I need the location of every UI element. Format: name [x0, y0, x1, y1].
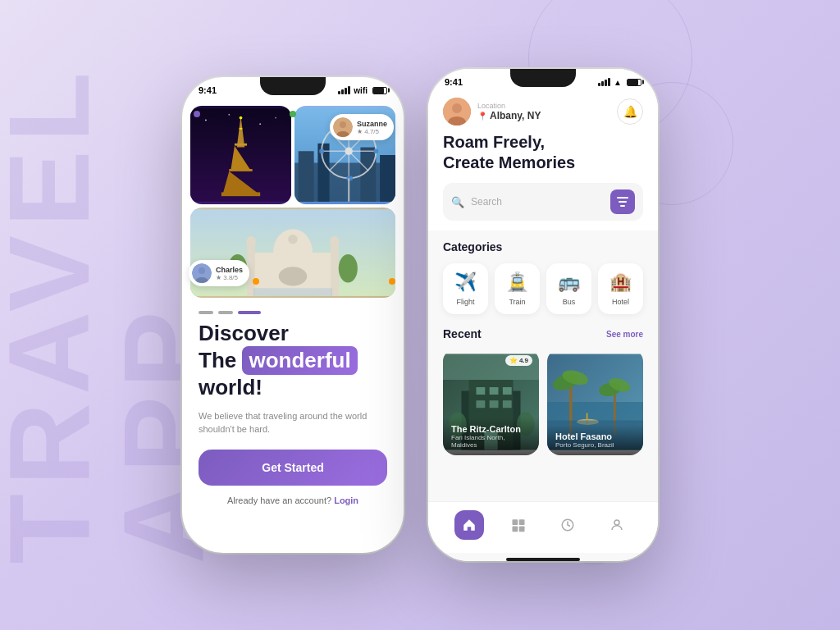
svg-rect-61	[503, 387, 512, 395]
right-phone-content: 9:41 ▲	[428, 69, 658, 561]
hotel-cards-row: ⭐ 4.9 The Ritz-Carlton Fari Islands Nort…	[443, 349, 643, 455]
svg-point-1	[205, 119, 207, 121]
bus-icon: 🚌	[558, 272, 580, 293]
location-row: Location 📍 Albany, NY 🔔	[443, 98, 643, 126]
history-nav-icon	[553, 510, 582, 540]
avatar-suzanne	[333, 117, 353, 137]
nav-explore[interactable]	[504, 510, 533, 540]
svg-point-4	[275, 117, 276, 119]
flight-icon: ✈️	[454, 272, 477, 293]
hotel-icon: 🏨	[609, 272, 632, 293]
wifi-icon: wifi	[354, 86, 368, 95]
home-nav-icon	[454, 510, 484, 540]
notch-right	[510, 69, 576, 87]
profile-badge-charles: Charles ★ 3.8/5	[189, 260, 249, 286]
subtitle-text: We believe that traveling around the wor…	[199, 409, 387, 436]
login-link[interactable]: Login	[334, 495, 358, 505]
time-left: 9:41	[199, 85, 217, 95]
avatar-charles	[192, 263, 212, 283]
svg-rect-26	[346, 176, 353, 181]
svg-point-3	[259, 123, 261, 125]
see-more-link[interactable]: See more	[606, 330, 643, 339]
svg-rect-53	[617, 197, 628, 199]
svg-rect-64	[503, 400, 512, 408]
ritz-overlay: The Ritz-Carlton Fari Islands North, Mal…	[443, 418, 539, 455]
location-label: Location	[477, 102, 617, 110]
left-phone: 9:41 wifi	[182, 77, 404, 553]
svg-rect-41	[253, 288, 332, 296]
train-label: Train	[509, 298, 525, 306]
nav-home[interactable]	[454, 510, 484, 540]
phones-container: 9:41 wifi	[182, 69, 658, 561]
badge-rating-charles: ★ 3.8/5	[216, 274, 243, 281]
svg-rect-11	[240, 128, 243, 130]
category-train[interactable]: 🚊 Train	[495, 263, 540, 314]
train-icon: 🚊	[506, 272, 528, 293]
fasano-location: Porto Seguro, Brazil	[555, 441, 635, 449]
svg-rect-27	[319, 148, 324, 153]
svg-point-43	[339, 254, 358, 283]
title-line3: world!	[199, 375, 262, 399]
dot-1	[199, 311, 213, 314]
left-text-content: Discover The wonderful world! We believe…	[182, 321, 404, 514]
svg-point-51	[452, 103, 462, 113]
home-bar	[506, 558, 580, 561]
wifi-icon-right: ▲	[614, 78, 622, 87]
profile-nav-icon	[602, 510, 632, 540]
hotel-card-ritz[interactable]: ⭐ 4.9 The Ritz-Carlton Fari Islands Nort…	[443, 349, 539, 455]
recent-title: Recent	[443, 327, 482, 340]
svg-rect-10	[221, 192, 260, 196]
svg-rect-55	[620, 205, 625, 207]
right-body: Categories ✈️ Flight 🚊 Train 🚌 Bus	[428, 231, 658, 501]
svg-point-39	[330, 236, 340, 249]
time-right: 9:41	[445, 77, 463, 87]
svg-rect-59	[477, 387, 486, 395]
svg-rect-28	[374, 148, 379, 153]
svg-rect-54	[619, 201, 627, 203]
recent-header: Recent See more	[443, 327, 643, 340]
nav-history[interactable]	[553, 510, 582, 540]
hero-title: Roam Freely, Create Memories	[443, 132, 643, 173]
signal-icon	[338, 86, 350, 94]
dot-2	[218, 311, 233, 314]
filter-button[interactable]	[610, 189, 635, 214]
dot-orange-right	[389, 278, 395, 285]
category-hotel[interactable]: 🏨 Hotel	[598, 263, 643, 314]
bus-label: Bus	[563, 298, 576, 306]
profile-badge-suzanne: Suzanne ★ 4.7/5	[330, 114, 394, 140]
search-bar[interactable]: 🔍 Search	[443, 183, 643, 221]
discover-title: Discover The wonderful world!	[199, 321, 387, 401]
svg-rect-83	[513, 527, 518, 532]
hotel-card-fasano[interactable]: Hotel Fasano Porto Seguro, Brazil	[547, 349, 643, 455]
dot-active	[238, 311, 261, 314]
flight-label: Flight	[456, 298, 474, 306]
pin-icon: 📍	[477, 112, 487, 121]
get-started-button[interactable]: Get Started	[199, 450, 387, 486]
title-line1: Discover	[199, 321, 289, 345]
category-flight[interactable]: ✈️ Flight	[443, 263, 488, 314]
svg-rect-6	[235, 144, 247, 146]
search-input[interactable]: Search	[471, 196, 604, 208]
svg-rect-63	[490, 400, 499, 408]
battery-icon-right	[627, 79, 641, 86]
notch-left	[260, 77, 326, 95]
badge-name-charles: Charles	[216, 266, 243, 274]
dot-purple	[194, 111, 200, 117]
svg-point-40	[279, 267, 308, 285]
notification-button[interactable]: 🔔	[617, 98, 643, 125]
nav-profile[interactable]	[602, 510, 632, 540]
categories-row: ✈️ Flight 🚊 Train 🚌 Bus 🏨 Hotel	[443, 263, 643, 314]
svg-rect-81	[513, 519, 518, 525]
right-phone: 9:41 ▲	[428, 69, 658, 561]
search-icon: 🔍	[451, 196, 464, 208]
category-bus[interactable]: 🚌 Bus	[546, 263, 591, 314]
status-icons-right: ▲	[598, 78, 641, 87]
dot-green	[290, 111, 296, 117]
battery-icon	[372, 87, 387, 94]
title-highlight: wonderful	[242, 346, 357, 375]
svg-point-45	[340, 121, 346, 128]
location-info: Location 📍 Albany, NY	[477, 102, 617, 121]
ritz-location: Fari Islands North, Maldives	[451, 434, 531, 449]
signal-icon-right	[598, 78, 610, 86]
svg-rect-15	[299, 151, 314, 202]
